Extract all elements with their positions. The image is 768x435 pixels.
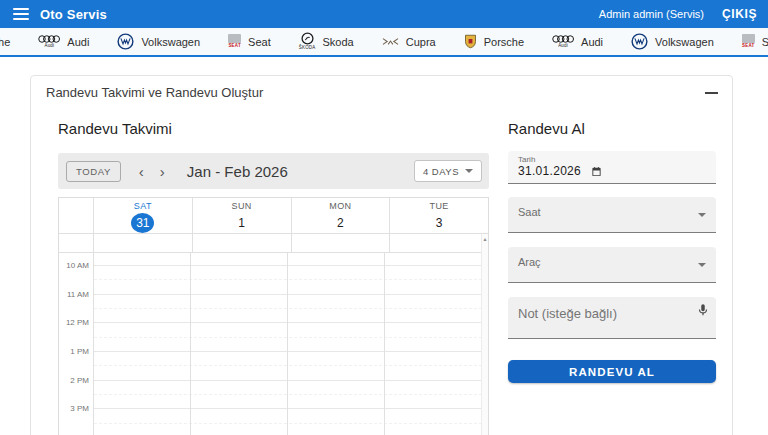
time-axis-column xyxy=(59,253,94,435)
chevron-down-icon xyxy=(698,213,706,217)
brand-caption: ŠKODA xyxy=(299,46,316,51)
brand-item-cupra[interactable]: Cupra xyxy=(382,36,436,48)
note-placeholder: Not (isteğe bağlı) xyxy=(518,306,617,321)
brand-item-seat[interactable]: SEAT Seat xyxy=(228,34,271,49)
brand-label: Seat xyxy=(248,36,271,48)
submit-appointment-button[interactable]: RANDEVU AL xyxy=(508,360,716,383)
brand-carousel: Porsche Audi Audi Volkswagen SEAT Seat xyxy=(0,32,768,51)
brand-caption: SEAT xyxy=(228,44,240,49)
today-button[interactable]: TODAY xyxy=(66,161,121,182)
cupra-logo-icon xyxy=(382,37,399,46)
all-day-cell[interactable] xyxy=(292,234,391,252)
brand-item-volkswagen[interactable]: Volkswagen xyxy=(117,33,200,50)
view-selector-label: 4 DAYS xyxy=(423,166,459,177)
brand-label: Cupra xyxy=(406,36,436,48)
hamburger-menu-icon[interactable] xyxy=(13,8,29,20)
skoda-logo-icon: ŠKODA xyxy=(299,32,316,51)
time-axis-header-spacer xyxy=(59,198,94,233)
form-heading: Randevu Al xyxy=(508,120,585,137)
day-header-mon: MON 2 xyxy=(292,198,391,233)
vehicle-select-label: Araç xyxy=(518,256,541,268)
note-textarea[interactable]: Not (isteğe bağlı) xyxy=(508,297,716,339)
day-name: SAT xyxy=(134,201,152,211)
day-header-sat: SAT 31 xyxy=(94,198,193,233)
app-bar: Oto Servis Admin admin (Servis) ÇIKIŞ xyxy=(0,0,768,28)
date-field-label: Tarih xyxy=(518,155,535,164)
brand-caption: Audi xyxy=(558,44,568,49)
day-number: 1 xyxy=(230,213,253,233)
calendar-grid: SAT 31 SUN 1 MON 2 TUE 3 xyxy=(58,197,489,435)
day-header-sun: SUN 1 xyxy=(193,198,292,233)
app-title: Oto Servis xyxy=(40,7,107,22)
calendar-header-row: SAT 31 SUN 1 MON 2 TUE 3 xyxy=(59,198,488,234)
seat-logo-icon: SEAT xyxy=(742,34,755,49)
brand-item-audi[interactable]: Audi Audi xyxy=(38,35,89,49)
brand-item-volkswagen[interactable]: Volkswagen xyxy=(631,33,714,50)
vw-roundel-icon xyxy=(631,33,648,50)
date-field-value: 31.01.2026 xyxy=(518,164,581,178)
brand-item-porsche[interactable]: Porsche xyxy=(0,34,10,49)
calendar-heading: Randevu Takvimi xyxy=(58,120,172,137)
day-columns xyxy=(59,253,482,435)
brand-item-porsche[interactable]: Porsche xyxy=(464,34,524,49)
view-selector-button[interactable]: 4 DAYS xyxy=(414,160,482,182)
prev-arrow-icon[interactable]: ‹ xyxy=(135,164,148,179)
logout-button[interactable]: ÇIKIŞ xyxy=(722,7,757,21)
day-name: MON xyxy=(329,201,351,211)
porsche-crest-icon xyxy=(464,34,477,49)
audi-rings-icon: Audi xyxy=(552,35,574,49)
vehicle-select[interactable]: Araç xyxy=(508,247,716,283)
microphone-button[interactable] xyxy=(696,303,710,320)
calendar-day-column-tue[interactable] xyxy=(385,253,482,435)
brand-item-audi[interactable]: Audi Audi xyxy=(552,35,603,49)
all-day-cell[interactable] xyxy=(390,234,488,252)
time-grid: 10 AM 11 AM 12 PM 1 PM 2 PM 3 PM xyxy=(59,253,488,435)
day-name: TUE xyxy=(430,201,449,211)
chevron-down-icon xyxy=(698,263,706,267)
brand-caption: Audi xyxy=(44,44,54,49)
all-day-axis-cell xyxy=(59,234,94,252)
brand-item-seat[interactable]: SEAT Seat xyxy=(742,34,768,49)
calendar-range-title: Jan - Feb 2026 xyxy=(187,163,288,180)
all-day-cell[interactable] xyxy=(193,234,292,252)
vw-roundel-icon xyxy=(117,33,134,50)
minus-icon xyxy=(705,92,718,94)
day-number-today-badge: 31 xyxy=(131,213,154,233)
time-select-label: Saat xyxy=(518,206,541,218)
brand-label: Audi xyxy=(67,36,89,48)
chevron-down-icon xyxy=(465,169,473,173)
day-header-tue: TUE 3 xyxy=(390,198,488,233)
calendar-day-column-sun[interactable] xyxy=(191,253,288,435)
brand-label: Audi xyxy=(581,36,603,48)
brand-label: Volkswagen xyxy=(655,36,714,48)
microphone-icon xyxy=(696,303,710,317)
next-arrow-icon[interactable]: › xyxy=(156,164,169,179)
brand-label: Volkswagen xyxy=(141,36,200,48)
brand-bar: Porsche Audi Audi Volkswagen SEAT Seat xyxy=(0,28,768,57)
calendar-icon[interactable] xyxy=(591,166,602,177)
calendar-day-column-mon[interactable] xyxy=(288,253,385,435)
audi-rings-icon: Audi xyxy=(38,35,60,49)
collapse-panel-button[interactable] xyxy=(700,82,722,104)
all-day-row xyxy=(59,234,488,253)
time-select[interactable]: Saat xyxy=(508,197,716,233)
brand-caption: SEAT xyxy=(742,44,754,49)
brand-item-skoda[interactable]: ŠKODA Skoda xyxy=(299,32,354,51)
scroll-up-arrow-icon: ▲ xyxy=(482,234,488,244)
brand-label: Porsche xyxy=(484,36,524,48)
calendar-scrollbar[interactable]: ▲ xyxy=(481,234,488,435)
panel-title: Randevu Takvimi ve Randevu Oluştur xyxy=(46,85,263,100)
calendar-day-column-sat[interactable] xyxy=(94,253,191,435)
day-name: SUN xyxy=(232,201,252,211)
date-field[interactable]: Tarih 31.01.2026 xyxy=(508,151,716,184)
seat-logo-icon: SEAT xyxy=(228,34,241,49)
all-day-cell[interactable] xyxy=(94,234,193,252)
calendar-toolbar: TODAY ‹ › Jan - Feb 2026 4 DAYS xyxy=(58,153,489,189)
brand-label: Seat xyxy=(762,36,768,48)
appointment-panel-card: Randevu Takvimi ve Randevu Oluştur Rande… xyxy=(30,75,733,435)
current-user-label: Admin admin (Servis) xyxy=(599,8,704,20)
day-number: 3 xyxy=(428,213,451,233)
brand-label: Skoda xyxy=(323,36,354,48)
brand-label: Porsche xyxy=(0,36,10,48)
day-number: 2 xyxy=(329,213,352,233)
